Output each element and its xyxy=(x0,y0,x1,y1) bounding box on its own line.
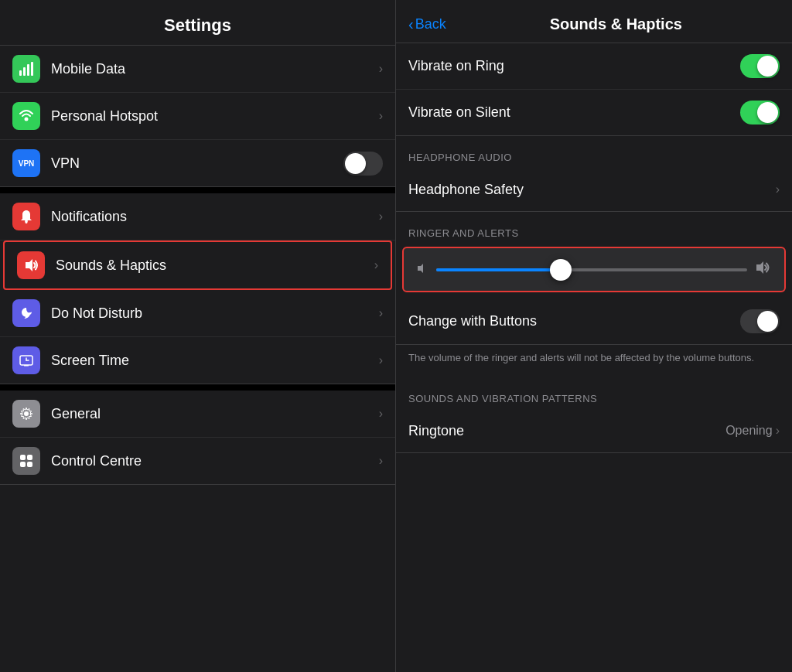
hotspot-chevron: › xyxy=(379,109,383,123)
svg-rect-1 xyxy=(23,67,26,76)
notifications-icon xyxy=(12,203,40,230)
ringer-section-header: RINGER AND ALERTS xyxy=(396,212,792,244)
ringer-slider-container[interactable] xyxy=(402,247,786,292)
divider-2 xyxy=(0,384,395,391)
vpn-icon: VPN xyxy=(12,149,40,177)
headphone-section: HEADPHONE AUDIO Headphone Safety › xyxy=(396,136,792,212)
mobile-data-icon xyxy=(12,55,40,83)
ringer-slider-wrapper xyxy=(396,247,792,298)
screen-time-chevron: › xyxy=(379,353,383,367)
sidebar-item-notifications[interactable]: Notifications › xyxy=(0,193,395,240)
vibrate-silent-label: Vibrate on Silent xyxy=(408,104,740,121)
settings-left-panel: Settings Mobile Data › xyxy=(0,0,396,672)
settings-title: Settings xyxy=(12,15,383,36)
patterns-section-header: SOUNDS AND VIBRATION PATTERNS xyxy=(396,377,792,409)
sidebar-item-control-centre[interactable]: Control Centre › xyxy=(0,438,395,484)
ringer-slider-fill xyxy=(436,268,561,271)
general-chevron: › xyxy=(379,407,383,421)
ringer-slider-thumb[interactable] xyxy=(550,259,572,281)
slider-max-icon xyxy=(755,259,772,280)
headphone-safety-chevron: › xyxy=(776,182,780,196)
ringtone-chevron: › xyxy=(776,424,780,438)
ringer-slider-track[interactable] xyxy=(436,268,747,271)
settings-group-system: Notifications › Sounds & Haptics › xyxy=(0,193,395,384)
ringtone-item[interactable]: Ringtone Opening › xyxy=(396,409,792,452)
headphone-section-header: HEADPHONE AUDIO xyxy=(396,136,792,168)
svg-rect-2 xyxy=(27,64,29,76)
svg-marker-18 xyxy=(756,261,763,274)
sounds-haptics-header: ‹ Back Sounds & Haptics xyxy=(396,0,792,43)
svg-marker-7 xyxy=(26,259,32,271)
headphone-items: Headphone Safety › xyxy=(396,168,792,212)
slider-min-icon xyxy=(416,262,428,278)
ringer-section: RINGER AND ALERTS xyxy=(396,212,792,377)
general-label: General xyxy=(51,406,379,422)
vibrate-ring-toggle[interactable] xyxy=(740,54,780,78)
settings-list: Mobile Data › Personal Hotspot › VPN xyxy=(0,46,395,672)
back-chevron-icon: ‹ xyxy=(408,15,414,33)
change-with-buttons-section: Change with Buttons xyxy=(396,298,792,345)
headphone-safety-item[interactable]: Headphone Safety › xyxy=(396,168,792,211)
do-not-disturb-chevron: › xyxy=(379,306,383,320)
settings-header: Settings xyxy=(0,0,395,46)
vibrate-silent-toggle[interactable] xyxy=(740,101,780,125)
svg-point-6 xyxy=(26,221,28,223)
divider-1 xyxy=(0,187,395,193)
vibrate-ring-knob xyxy=(757,56,778,77)
ringtone-value: Opening xyxy=(725,424,773,438)
sidebar-item-do-not-disturb[interactable]: Do Not Disturb › xyxy=(0,290,395,337)
svg-marker-17 xyxy=(418,264,423,273)
hotspot-icon xyxy=(12,102,40,130)
do-not-disturb-icon xyxy=(12,299,40,327)
do-not-disturb-label: Do Not Disturb xyxy=(51,305,379,322)
change-with-buttons-label: Change with Buttons xyxy=(408,313,740,329)
vibrate-ring-label: Vibrate on Ring xyxy=(408,58,740,74)
sounds-haptics-panel: ‹ Back Sounds & Haptics Vibrate on Ring … xyxy=(396,0,792,672)
mobile-data-chevron: › xyxy=(379,62,383,76)
sidebar-item-vpn[interactable]: VPN VPN xyxy=(0,140,395,186)
patterns-items: Ringtone Opening › xyxy=(396,409,792,453)
svg-rect-13 xyxy=(20,455,26,460)
back-button[interactable]: ‹ Back xyxy=(408,15,446,33)
sidebar-item-personal-hotspot[interactable]: Personal Hotspot › xyxy=(0,93,395,140)
vibrate-silent-knob xyxy=(757,102,778,123)
control-centre-chevron: › xyxy=(379,454,383,468)
patterns-section: SOUNDS AND VIBRATION PATTERNS Ringtone O… xyxy=(396,377,792,453)
svg-point-12 xyxy=(24,411,29,416)
sounds-haptics-label: Sounds & Haptics xyxy=(56,258,374,274)
screen-time-icon xyxy=(12,346,40,374)
sounds-haptics-content: Vibrate on Ring Vibrate on Silent HEADPH… xyxy=(396,43,792,672)
cwb-toggle-knob xyxy=(757,311,778,332)
notifications-label: Notifications xyxy=(51,209,379,225)
notifications-chevron: › xyxy=(379,210,383,223)
sidebar-item-general[interactable]: General › xyxy=(0,391,395,438)
sounds-haptics-chevron: › xyxy=(374,258,378,272)
vibrate-silent-item[interactable]: Vibrate on Silent xyxy=(396,90,792,135)
headphone-safety-label: Headphone Safety xyxy=(408,182,776,198)
sounds-haptics-title: Sounds & Haptics xyxy=(550,15,682,33)
sidebar-item-screen-time[interactable]: Screen Time › xyxy=(0,337,395,384)
sounds-haptics-icon xyxy=(17,251,45,279)
vpn-toggle-knob xyxy=(345,153,366,174)
sounds-haptics-highlight: Sounds & Haptics › xyxy=(3,240,392,290)
hotspot-label: Personal Hotspot xyxy=(51,108,379,125)
svg-rect-3 xyxy=(31,62,33,76)
screen-time-label: Screen Time xyxy=(51,353,379,369)
vpn-toggle[interactable] xyxy=(343,152,383,176)
change-with-buttons-toggle[interactable] xyxy=(740,309,780,333)
sidebar-item-mobile-data[interactable]: Mobile Data › xyxy=(0,46,395,93)
sidebar-item-sounds-haptics[interactable]: Sounds & Haptics › xyxy=(5,242,391,288)
svg-point-4 xyxy=(25,118,29,121)
change-with-buttons-item[interactable]: Change with Buttons xyxy=(396,298,792,344)
settings-group-connectivity: Mobile Data › Personal Hotspot › VPN xyxy=(0,46,395,187)
general-icon xyxy=(12,400,40,428)
settings-group-general: General › Control Centre › xyxy=(0,391,395,485)
control-centre-icon xyxy=(12,447,40,475)
svg-rect-0 xyxy=(19,70,22,76)
vpn-text: VPN xyxy=(19,159,35,168)
back-label: Back xyxy=(415,16,446,32)
ringtone-label: Ringtone xyxy=(408,423,725,439)
vpn-label: VPN xyxy=(51,155,343,172)
vibrate-ring-item[interactable]: Vibrate on Ring xyxy=(396,43,792,90)
svg-rect-14 xyxy=(27,455,32,460)
